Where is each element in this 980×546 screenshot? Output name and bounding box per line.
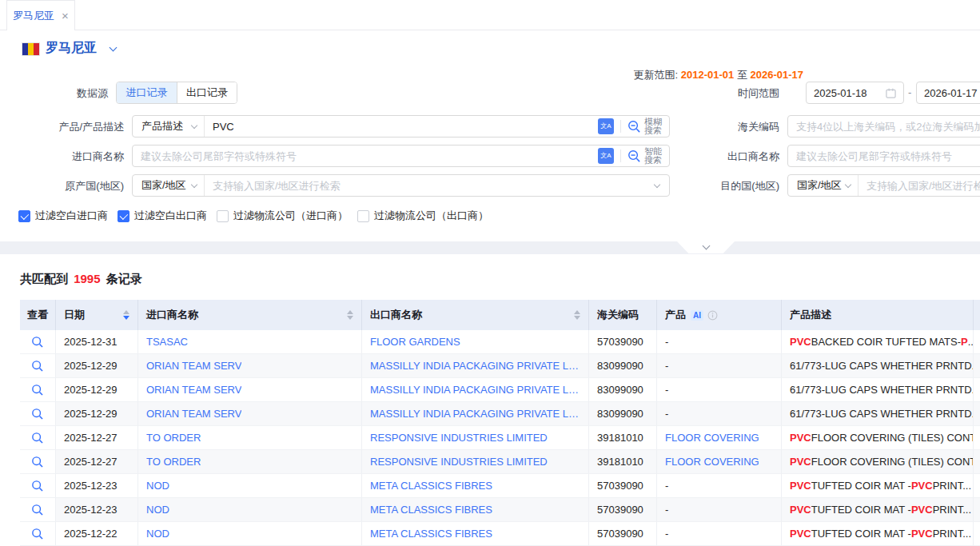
view-record-button[interactable] [31,360,44,373]
filter-checkbox-3[interactable]: 过滤物流公司（出口商） [357,209,488,223]
checkbox-icon[interactable] [217,210,229,222]
description-cell: PVC FLOOR COVERING (TILES) CONT... [782,450,974,474]
info-circle-icon[interactable] [707,310,718,321]
smart-search-button[interactable]: 智能搜索 [627,147,669,165]
importer-link[interactable]: NOD [146,480,169,492]
highlight-term: PVC [790,528,811,540]
importer-link[interactable]: TO ORDER [146,456,201,468]
product-cell: - [657,474,782,498]
exporter-link[interactable]: RESPONSIVE INDUSTRIES LIMITED [370,456,548,468]
description-cell: 61/773-LUG CAPS WHETHER PRNTD... [782,402,974,426]
hs-code-cell: 57039090 [589,330,657,354]
segment-import-records[interactable]: 进口记录 [117,82,177,103]
country-name[interactable]: 罗马尼亚 [46,40,97,57]
highlight-term: PVC [790,336,811,348]
column-header-date[interactable]: 日期 [56,300,138,330]
exporter-link[interactable]: META CLASSICS FIBRES [370,480,492,492]
filter-checkbox-2[interactable]: 过滤物流公司（进口商） [217,209,348,223]
origin-input[interactable] [205,175,655,196]
importer-link[interactable]: TO ORDER [146,432,201,444]
filter-checkbox-0[interactable]: 过滤空白进口商 [18,209,108,223]
view-record-button[interactable] [31,456,44,468]
product-type-select[interactable]: 产品描述 [133,116,205,137]
exporter-link[interactable]: META CLASSICS FIBRES [370,528,492,540]
date-start-input[interactable]: 2025-01-18 [806,82,904,104]
view-record-button[interactable] [31,528,44,540]
importer-link[interactable]: ORIAN TEAM SERV [146,408,241,420]
importer-search-control: 文A 智能搜索 [132,145,670,167]
tab-close-icon[interactable]: × [62,10,69,22]
chevron-down-icon[interactable] [110,44,118,52]
exporter-link[interactable]: FLOOR GARDENS [370,336,460,348]
description-cell: PVC TUFTED COIR MAT - PVC PRINT... [782,474,974,498]
view-record-button[interactable] [31,480,44,492]
collapse-filters-button[interactable] [677,241,735,253]
more-cell [974,498,980,522]
exporter-cell: MASSILLY INDIA PACKAGING PRIVATE LIMI... [362,378,589,402]
exporter-input[interactable] [788,145,980,166]
view-record-button[interactable] [31,336,44,349]
date-end-input[interactable]: 2026-01-17 [916,82,980,104]
exporter-link[interactable]: MASSILLY INDIA PACKAGING PRIVATE LIMI... [370,384,580,396]
exporter-link[interactable]: MASSILLY INDIA PACKAGING PRIVATE LIMI... [370,360,580,372]
column-label: 进口商名称 [146,308,198,322]
time-range-label: 时间范围 [715,86,779,101]
filter-checkbox-1[interactable]: 过滤空白出口商 [118,209,207,223]
product-link[interactable]: FLOOR COVERING [665,432,759,444]
destination-type-select[interactable]: 国家/地区 [788,175,858,196]
importer-link[interactable]: NOD [146,504,169,516]
hs-code-cell: 57039090 [589,474,657,498]
sort-control-date[interactable] [123,310,129,320]
importer-link[interactable]: ORIAN TEAM SERV [146,384,241,396]
view-record-button[interactable] [31,384,44,397]
exporter-label: 出口商名称 [715,149,779,164]
table-row: 2025-12-29ORIAN TEAM SERVMASSILLY INDIA … [20,378,980,402]
view-record-button[interactable] [31,408,44,420]
product-input[interactable] [205,116,598,137]
chevron-down-icon[interactable] [654,181,660,187]
date-cell: 2025-12-22 [56,522,138,546]
exporter-link[interactable]: META CLASSICS FIBRES [370,504,492,516]
column-label: 产品描述 [790,308,831,322]
destination-input[interactable] [858,175,980,196]
hs-code-control [787,115,980,137]
importer-link[interactable]: TSASAC [146,336,188,348]
importer-cell: NOD [138,498,362,522]
calendar-icon[interactable] [886,88,896,98]
sort-control-exporter[interactable] [574,310,580,320]
fuzzy-search-button[interactable]: 模糊搜索 [627,118,669,136]
view-cell [20,330,56,354]
update-range-end: 2026-01-17 [751,69,804,81]
exporter-link[interactable]: RESPONSIVE INDUSTRIES LIMITED [370,432,548,444]
importer-cell: TO ORDER [138,426,362,450]
hs-code-input[interactable] [788,116,980,137]
tab-title: 罗马尼亚 [13,9,54,23]
highlight-term: PVC [911,480,933,492]
checkbox-icon[interactable] [18,210,30,222]
view-record-button[interactable] [31,432,44,444]
checkbox-icon[interactable] [357,210,369,222]
exporter-link[interactable]: MASSILLY INDIA PACKAGING PRIVATE LIMI... [370,408,580,420]
product-link[interactable]: FLOOR COVERING [665,456,759,468]
tab-romania[interactable]: 罗马尼亚 × [6,0,75,30]
column-header-exporter[interactable]: 出口商名称 [362,300,589,330]
origin-type-select[interactable]: 国家/地区 [133,175,205,196]
translate-icon[interactable]: 文A [598,118,614,134]
importer-link[interactable]: NOD [146,528,169,540]
highlight-term: PVC [790,456,811,468]
highlight-term: PVC [790,432,811,444]
product-empty: - [665,408,668,420]
translate-icon[interactable]: 文A [598,148,614,164]
sort-control-importer[interactable] [347,310,353,320]
view-cell [20,378,56,402]
product-empty: - [665,480,668,492]
importer-input[interactable] [133,145,598,166]
segment-export-records[interactable]: 出口记录 [177,82,237,103]
hs-code-label: 海关编码 [715,120,779,134]
origin-label: 原产国(地区) [0,179,124,193]
column-header-importer[interactable]: 进口商名称 [138,300,362,330]
filter-panel: 数据源 进口记录 出口记录 更新范围: 2012-01-01 至 2026-01… [0,68,980,241]
importer-link[interactable]: ORIAN TEAM SERV [146,360,241,372]
view-record-button[interactable] [31,504,44,516]
checkbox-icon[interactable] [118,210,129,222]
